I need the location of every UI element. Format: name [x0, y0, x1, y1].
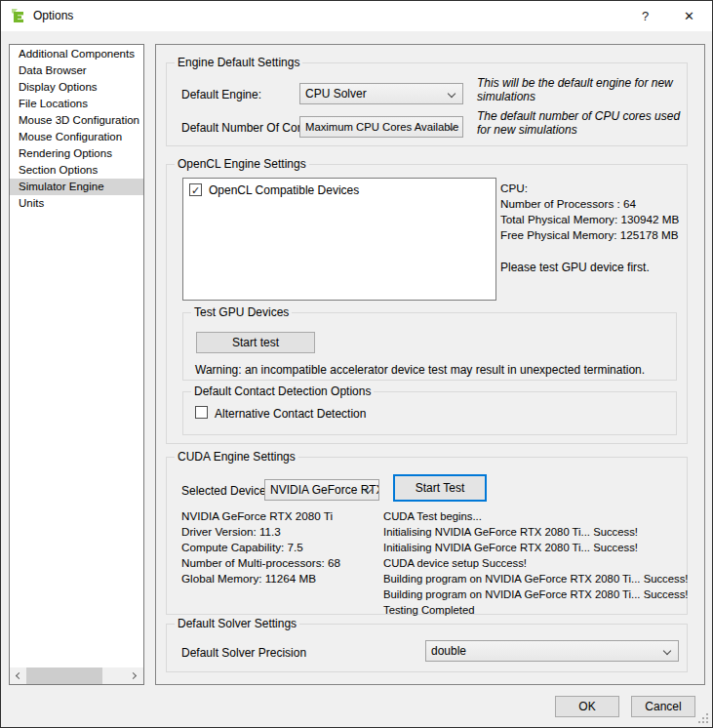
- solver-precision-label: Default Solver Precision: [181, 646, 306, 660]
- app-icon: [11, 8, 27, 24]
- sidebar-item-section-options[interactable]: Section Options: [10, 162, 143, 179]
- window-title: Options: [33, 1, 73, 31]
- default-engine-note: This will be the default engine for new …: [477, 76, 684, 103]
- group-title: Test GPU Devices: [191, 305, 292, 319]
- cancel-button[interactable]: Cancel: [631, 696, 695, 717]
- cuda-test-log-line: CUDA device setup Success!: [383, 555, 688, 571]
- cpu-info: CPU: Number of Processors : 64 Total Phy…: [500, 181, 679, 243]
- sidebar-item-mouse-configuration[interactable]: Mouse Configuration: [10, 129, 143, 145]
- cuda-test-log: CUDA Test begins... Initialising NVIDIA …: [383, 508, 688, 618]
- cores-select[interactable]: Maximum CPU Cores Available: [299, 116, 463, 138]
- engine-default-settings-group: Engine Default Settings Default Engine: …: [166, 62, 688, 146]
- sidebar-item-display-options[interactable]: Display Options: [10, 79, 143, 96]
- opencl-engine-settings-group: OpenCL Engine Settings ✓ OpenCL Compatib…: [166, 164, 688, 444]
- cuda-test-log-line: CUDA Test begins...: [383, 508, 688, 524]
- gpu-test-warning: Warning: an incompatible accelerator dev…: [195, 363, 645, 377]
- scroll-right-arrow-icon[interactable]: [127, 667, 143, 684]
- cpu-info-line: Free Physical Memory: 125178 MB: [500, 227, 679, 243]
- titlebar: Options ? ✕: [1, 1, 712, 31]
- cuda-engine-settings-group: CUDA Engine Settings Selected Device: NV…: [166, 457, 688, 615]
- cuda-test-log-line: Testing Completed: [383, 602, 688, 618]
- cuda-device-info: NVIDIA GeForce RTX 2080 Ti Driver Versio…: [181, 508, 340, 586]
- checkmark-icon: ✓: [191, 184, 200, 196]
- cores-value: Maximum CPU Cores Available: [305, 121, 458, 133]
- default-solver-settings-group: Default Solver Settings Default Solver P…: [166, 624, 688, 672]
- cuda-device-info-line: Driver Version: 11.3: [181, 524, 340, 540]
- cpu-info-line: Number of Processors : 64: [500, 196, 679, 212]
- cuda-test-log-line: Initialising NVIDIA GeForce RTX 2080 Ti.…: [383, 540, 688, 555]
- sidebar-item-additional-components[interactable]: Additional Components: [10, 46, 143, 62]
- sidebar-item-data-browser[interactable]: Data Browser: [10, 62, 143, 79]
- close-icon[interactable]: ✕: [667, 1, 711, 31]
- ok-button[interactable]: OK: [555, 696, 619, 717]
- sidebar-item-mouse-3d-configuration[interactable]: Mouse 3D Configuration: [10, 112, 143, 129]
- resize-grip[interactable]: [698, 713, 708, 723]
- alternative-contact-label: Alternative Contact Detection: [215, 407, 366, 421]
- cuda-test-log-line: Initialising NVIDIA GeForce RTX 2080 Ti.…: [383, 524, 688, 540]
- alternative-contact-checkbox[interactable]: [195, 406, 208, 419]
- scroll-left-arrow-icon[interactable]: [10, 667, 26, 684]
- sidebar-horizontal-scrollbar[interactable]: [10, 667, 143, 684]
- help-button[interactable]: ?: [623, 1, 667, 31]
- group-title: OpenCL Engine Settings: [175, 157, 309, 171]
- chevron-down-icon: [663, 647, 671, 655]
- category-list: Additional Components Data Browser Displ…: [9, 44, 144, 685]
- sidebar-item-units[interactable]: Units: [10, 195, 143, 212]
- default-engine-value: CPU Solver: [305, 87, 367, 101]
- cuda-test-log-line: Building program on NVIDIA GeForce RTX 2…: [383, 571, 688, 586]
- simulator-engine-panel: Engine Default Settings Default Engine: …: [155, 44, 705, 685]
- contact-detection-group: Default Contact Detection Options Altern…: [182, 391, 677, 435]
- test-gpu-devices-group: Test GPU Devices Start test Warning: an …: [182, 312, 677, 381]
- gpu-test-hint: Please test GPU device first.: [500, 260, 650, 275]
- cuda-device-info-line: Global Memory: 11264 MB: [181, 571, 340, 586]
- cuda-device-info-line: Number of Multi-processors: 68: [181, 555, 340, 571]
- selected-device-select[interactable]: NVIDIA GeForce RTX: [264, 479, 379, 501]
- cuda-device-info-line: Compute Capability: 7.5: [181, 540, 340, 555]
- cores-note: The default number of CPU cores used for…: [477, 109, 693, 137]
- opencl-devices-checkbox[interactable]: ✓: [189, 183, 202, 196]
- cuda-test-log-line: Building program on NVIDIA GeForce RTX 2…: [383, 586, 688, 602]
- opencl-devices-listbox[interactable]: ✓ OpenCL Compatible Devices: [182, 178, 496, 301]
- start-test-cuda-button[interactable]: Start Test: [393, 474, 487, 502]
- default-engine-select[interactable]: CPU Solver: [299, 83, 463, 104]
- group-title: Default Solver Settings: [175, 617, 299, 630]
- solver-precision-value: double: [431, 644, 466, 658]
- default-engine-label: Default Engine:: [181, 88, 261, 101]
- sidebar-item-simulator-engine[interactable]: Simulator Engine: [10, 179, 143, 195]
- sidebar-item-file-locations[interactable]: File Locations: [10, 96, 143, 112]
- options-dialog: Options ? ✕ Additional Components Data B…: [0, 0, 713, 728]
- solver-precision-select[interactable]: double: [425, 640, 679, 662]
- group-title: CUDA Engine Settings: [175, 450, 298, 464]
- cuda-device-info-line: NVIDIA GeForce RTX 2080 Ti: [181, 508, 340, 524]
- group-title: Engine Default Settings: [175, 56, 302, 69]
- group-title: Default Contact Detection Options: [191, 384, 374, 398]
- start-test-gpu-button[interactable]: Start test: [196, 332, 315, 353]
- chevron-down-icon: [448, 90, 456, 98]
- opencl-devices-checkbox-label: OpenCL Compatible Devices: [209, 183, 359, 197]
- cpu-info-line: CPU:: [500, 181, 679, 196]
- cpu-info-line: Total Physical Memory: 130942 MB: [500, 212, 679, 227]
- cores-label: Default Number Of Cores: [181, 121, 313, 135]
- sidebar-item-rendering-options[interactable]: Rendering Options: [10, 145, 143, 162]
- selected-device-label: Selected Device:: [181, 484, 269, 498]
- scrollbar-thumb[interactable]: [26, 667, 102, 684]
